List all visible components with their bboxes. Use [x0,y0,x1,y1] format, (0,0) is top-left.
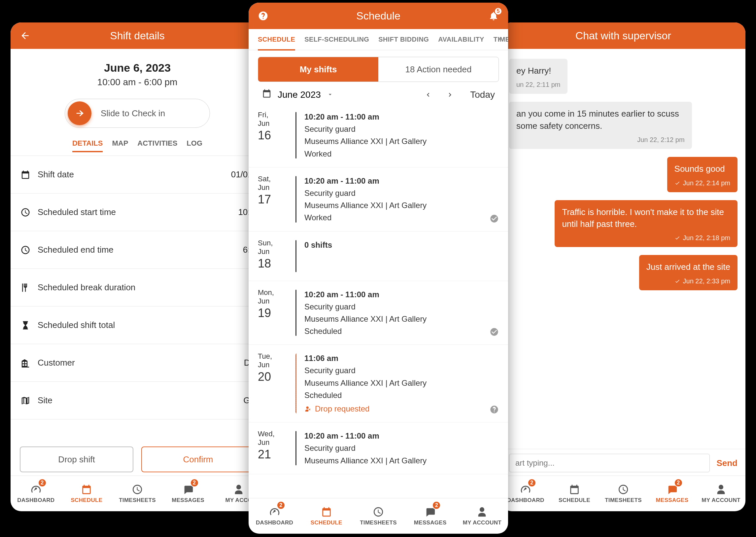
delivered-check-icon [674,235,680,241]
building-icon [20,357,31,369]
dashboard-badge: 2 [38,478,47,487]
month-dropdown-icon[interactable] [327,90,334,100]
detail-rows: Shift date 01/01/ Scheduled start time 1… [11,155,264,440]
month-bar: June 2023 Today [249,82,508,103]
nav-account[interactable]: MY ACCOUNT [696,476,745,511]
messages-badge: 2 [190,478,199,487]
clock-icon [20,207,31,218]
bottom-nav: DASHBOARD 2 SCHEDULE TIMESHEETS MESSAGES… [11,475,264,511]
chat-message-out: Sounds good Jun 22, 2:14 pm [667,157,737,192]
hourglass-icon [20,320,31,331]
bell-badge: 5 [494,7,502,15]
row-customer: Customer De [11,344,264,382]
header-shift-details: Shift details [11,22,264,49]
tab-self-scheduling[interactable]: SELF-SCHEDULING [304,36,369,43]
nav-messages[interactable]: MESSAGES 2 [163,476,214,511]
drop-request-icon [304,405,312,412]
nav-schedule[interactable]: SCHEDULE [550,476,599,511]
help-icon[interactable] [490,405,499,414]
help-icon[interactable] [257,9,270,22]
utensils-icon [20,282,31,293]
chat-message-out: Traffic is horrible. I won't make it to … [555,200,737,247]
row-break: Scheduled break duration [11,269,264,307]
shift-time-range: 10:00 am - 6:00 pm [11,77,264,88]
phone-chat: Chat with supervisor ey Harry! un 22, 2:… [501,22,745,511]
shift-item[interactable]: Fri, Jun 16 10:20 am - 11:00 am Security… [249,103,508,167]
chat-message-in: ey Harry! un 22, 2:11 pm [509,59,568,94]
today-button[interactable]: Today [470,90,495,100]
checkin-knob-icon[interactable] [68,102,92,125]
row-total: Scheduled shift total [11,307,264,344]
prev-month-icon[interactable] [424,91,432,99]
checkin-label: Slide to Check in [101,108,165,119]
phone-shift-details: Shift details June 6, 2023 10:00 am - 6:… [11,22,264,511]
shift-list: Fri, Jun 16 10:20 am - 11:00 am Security… [249,103,508,498]
shift-date-title: June 6, 2023 [11,62,264,74]
tab-availability[interactable]: AVAILABILITY [438,36,484,43]
confirmed-check-icon [490,327,499,337]
schedule-tabs: SCHEDULE SELF-SCHEDULING SHIFT BIDDING A… [249,29,508,50]
bottom-nav: DASHBOARD 2 SCHEDULE TIMESHEETS MESSAGES… [249,498,508,534]
segment-action-needed[interactable]: 18 Action needed [378,57,498,82]
chat-message-out: Just arrived at the site Jun 22, 2:33 pm [639,255,737,290]
header-title: Chat with supervisor [576,30,671,42]
segment-my-shifts[interactable]: My shifts [258,57,378,82]
row-start-time: Scheduled start time 10:0 [11,193,264,231]
nav-dashboard[interactable]: DASHBOARD 2 [249,498,300,534]
chat-text-input[interactable] [509,454,710,472]
shift-item[interactable]: Sat, Jun 17 10:20 am - 11:00 am Security… [249,167,508,231]
confirm-button[interactable]: Confirm [141,446,255,472]
shift-item[interactable]: Mon, Jun 19 10:20 am - 11:00 am Security… [249,281,508,345]
back-icon[interactable] [19,29,32,42]
nav-messages[interactable]: MESSAGES 2 [648,476,696,511]
drop-shift-button[interactable]: Drop shift [20,446,133,472]
row-shift-date: Shift date 01/01/ [11,156,264,193]
nav-timesheets[interactable]: TIMESHEETS [599,476,648,511]
shift-item[interactable]: Wed, Jun 21 10:20 am - 11:00 am Security… [249,422,508,474]
send-button[interactable]: Send [716,458,737,468]
map-icon [20,395,31,406]
segment-control: My shifts 18 Action needed [258,57,499,82]
clock-icon [20,244,31,256]
nav-schedule[interactable]: SCHEDULE [61,476,112,511]
shift-item[interactable]: Tue, Jun 20 11:06 am Security guard Muse… [249,345,508,422]
nav-timesheets[interactable]: TIMESHEETS [112,476,163,511]
row-site: Site Ga [11,382,264,419]
tab-map[interactable]: MAP [112,139,128,152]
nav-timesheets[interactable]: TIMESHEETS [352,498,404,534]
calendar-icon [20,169,31,180]
slide-to-checkin[interactable]: Slide to Check in [65,99,210,128]
shift-subtabs: DETAILS MAP ACTIVITIES LOG [11,139,264,152]
calendar-icon[interactable] [262,89,272,101]
next-month-icon[interactable] [446,91,454,99]
tab-log[interactable]: LOG [186,139,202,152]
header-title: Schedule [356,10,400,22]
tab-shift-bidding[interactable]: SHIFT BIDDING [378,36,429,43]
delivered-check-icon [674,180,680,186]
bell-icon[interactable]: 5 [487,9,500,22]
header-chat: Chat with supervisor [501,22,745,49]
nav-account[interactable]: MY ACCOUNT [456,498,508,534]
header-schedule: Schedule 5 [249,3,508,29]
tab-details[interactable]: DETAILS [72,139,103,152]
nav-schedule[interactable]: SCHEDULE [300,498,352,534]
nav-dashboard[interactable]: DASHBOARD 2 [11,476,61,511]
chat-message-in: an you come in 15 minutes earlier to scu… [509,102,692,149]
tabs-scroll-right-icon[interactable] [496,35,505,44]
month-label[interactable]: June 2023 [278,90,321,100]
nav-dashboard[interactable]: DASHBOARD 2 [501,476,550,511]
shift-item[interactable]: Sun, Jun 18 0 shifts [249,231,508,281]
row-end-time: Scheduled end time 6:0 [11,231,264,269]
delivered-check-icon [674,278,680,284]
chat-input-bar: Send [501,449,745,475]
tab-activities[interactable]: ACTIVITIES [137,139,177,152]
chat-thread: ey Harry! un 22, 2:11 pm an you come in … [501,49,745,449]
header-title: Shift details [110,30,164,42]
tab-schedule[interactable]: SCHEDULE [258,28,295,51]
confirmed-check-icon [490,214,499,223]
bottom-nav: DASHBOARD 2 SCHEDULE TIMESHEETS MESSAGES… [501,475,745,511]
nav-messages[interactable]: MESSAGES 2 [404,498,456,534]
phone-schedule: Schedule 5 SCHEDULE SELF-SCHEDULING SHIF… [249,3,508,534]
